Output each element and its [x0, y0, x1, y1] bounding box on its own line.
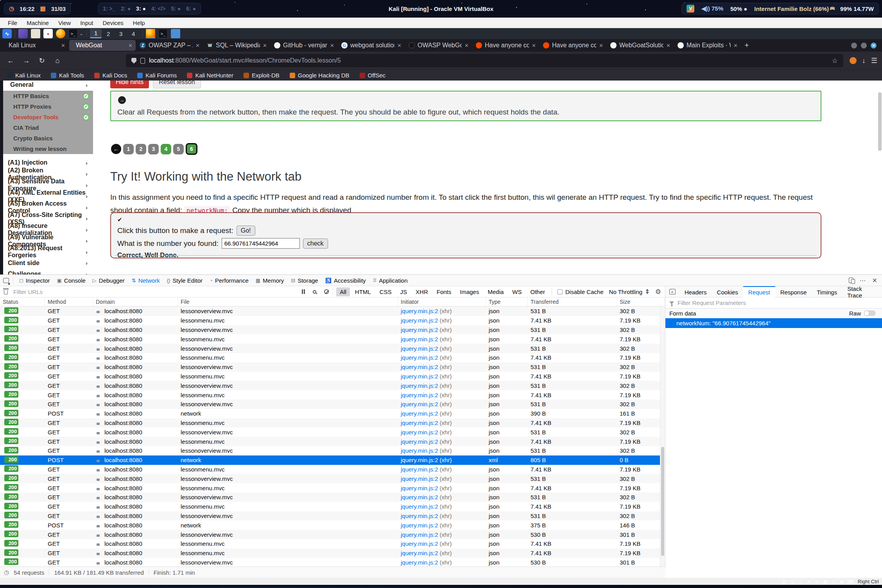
network-request-row[interactable]: 200 GET localhost:8080 lessonmenu.mvc jq…	[0, 372, 665, 381]
vbox-menu-item[interactable]: Help	[129, 19, 149, 27]
sidebar-lesson-item[interactable]: Writing new lesson ✔	[3, 143, 93, 154]
firefox-running-icon[interactable]	[146, 29, 155, 38]
tab-close-icon[interactable]: ✕	[666, 43, 670, 48]
sidebar-lesson-item[interactable]: HTTP Basics ✔	[3, 91, 93, 101]
files-window-icon[interactable]	[171, 29, 180, 38]
optical-disc-icon[interactable]: ◎	[790, 579, 796, 584]
devtools-tab[interactable]: ▦ Memory	[252, 275, 287, 286]
type-filter-button[interactable]: HTML	[351, 287, 375, 296]
new-tab-button[interactable]: +	[741, 40, 752, 51]
page-number-button[interactable]: 6	[186, 143, 197, 155]
initiator-link[interactable]: jquery.min.js:2	[401, 503, 438, 510]
tab-close-icon[interactable]: ✕	[532, 43, 536, 48]
network-request-row[interactable]: 200 GET localhost:8080 lessonoverview.mv…	[0, 530, 665, 539]
back-button[interactable]: ←	[5, 55, 16, 66]
search-icon[interactable]	[313, 290, 316, 294]
hdd-icon[interactable]: ▤	[782, 579, 787, 584]
scrollbar-thumb[interactable]	[661, 447, 664, 556]
workspace-indicator[interactable]: 1: >_2: ●3: ●4: </>5: ●6: ●	[98, 3, 201, 14]
type-filter-button[interactable]: Other	[527, 287, 549, 296]
text-editor-icon[interactable]: ●	[43, 29, 53, 38]
firefox-launcher-icon[interactable]	[56, 29, 65, 38]
initiator-link[interactable]: jquery.min.js:2	[401, 401, 438, 407]
initiator-link[interactable]: jquery.min.js:2	[401, 419, 438, 426]
reset-lesson-button[interactable]: Reset lesson	[153, 81, 201, 88]
browser-tab[interactable]: Main Exploits · WebG ✕	[674, 40, 741, 51]
raw-toggle-switch[interactable]	[864, 310, 876, 316]
responsive-mode-icon[interactable]	[849, 278, 853, 283]
tab-close-icon[interactable]: ✕	[599, 43, 603, 48]
details-tab[interactable]: Request	[743, 286, 775, 298]
host-workspace[interactable]: 3: ●	[136, 5, 146, 12]
sidebar-lesson-item[interactable]: Crypto Basics ✔	[3, 133, 93, 143]
browser-tab[interactable]: G webgoat solutions - ✕	[338, 40, 405, 51]
initiator-link[interactable]: jquery.min.js:2	[401, 317, 438, 324]
bookmark-item[interactable]: Kali Forums	[137, 72, 177, 79]
home-button[interactable]: ⌂	[52, 55, 63, 66]
sidebar-category-item[interactable]: Client side ›	[3, 258, 93, 269]
tab-close-icon[interactable]: ✕	[733, 43, 738, 48]
details-tab[interactable]: Stack Trace	[842, 286, 882, 298]
host-workspace[interactable]: 5: ●	[171, 5, 181, 12]
network-request-row[interactable]: 200 GET localhost:8080 lessonoverview.mv…	[0, 344, 665, 353]
page-number-button[interactable]: 3	[148, 144, 159, 154]
type-filter-button[interactable]: All	[336, 287, 350, 296]
previous-page-icon[interactable]: ←	[111, 144, 121, 154]
network-scrollbar[interactable]	[660, 307, 665, 566]
details-tab[interactable]: Headers	[679, 286, 712, 298]
bookmark-item[interactable]: Kali Docs	[94, 72, 127, 79]
page-number-button[interactable]: 4	[161, 144, 171, 154]
devtools-tab[interactable]: ⇅ Network	[128, 275, 163, 286]
details-tab[interactable]: Response	[775, 286, 812, 298]
initiator-link[interactable]: jquery.min.js:2	[401, 438, 438, 445]
tab-close-icon[interactable]: ✕	[128, 43, 133, 48]
systray-virtualbox-icon[interactable]: V	[687, 5, 694, 13]
browser-tab[interactable]: W SQL – Wikipedia ✕	[204, 40, 270, 51]
browser-tab[interactable]: Have anyone comple ✕	[473, 40, 539, 51]
tab-close-icon[interactable]: ✕	[61, 43, 65, 48]
network-icon[interactable]: ⇆	[806, 579, 812, 584]
browser-tab[interactable]: GitHub - vernjan/we ✕	[271, 40, 337, 51]
devtools-tab[interactable]: {} Style Editor	[163, 275, 206, 286]
initiator-link[interactable]: jquery.min.js:2	[401, 540, 438, 547]
expand-panel-icon[interactable]: ▸	[669, 289, 676, 294]
kali-workspace[interactable]: 4	[127, 29, 139, 38]
devtools-tab[interactable]: ♿ Accessibility	[322, 275, 369, 286]
shared-folders-icon[interactable]: ▦	[823, 579, 828, 584]
devtools-tab[interactable]: ⠿ Application	[369, 275, 411, 286]
disable-cache-control[interactable]: Disable Cache	[558, 289, 604, 295]
usb-icon[interactable]: ⊷	[814, 579, 820, 584]
network-request-row[interactable]: 200 GET localhost:8080 lessonoverview.mv…	[0, 558, 665, 566]
forward-button[interactable]: →	[20, 55, 32, 66]
initiator-link[interactable]: jquery.min.js:2	[401, 308, 438, 314]
vbox-menu-item[interactable]: Machine	[23, 19, 53, 27]
sidebar-category-item[interactable]: Challenges ›	[3, 269, 93, 274]
network-request-row[interactable]: 200 GET localhost:8080 lessonoverview.mv…	[0, 427, 665, 437]
filter-urls-input[interactable]: Filter URLs	[13, 289, 298, 295]
keyboard-icon[interactable]: ⌨	[847, 579, 853, 584]
display-icon[interactable]: ▭	[831, 579, 837, 584]
vbox-menu-item[interactable]: File	[4, 19, 21, 27]
network-request-row[interactable]: 200 GET localhost:8080 lessonmenu.mvc jq…	[0, 549, 665, 558]
type-filter-button[interactable]: WS	[509, 287, 525, 296]
tab-close-icon[interactable]: ✕	[195, 43, 200, 48]
browser-tab[interactable]: OWASP WebGoat: G ✕	[405, 40, 472, 51]
network-request-row[interactable]: 200 GET localhost:8080 lessonoverview.mv…	[0, 474, 665, 483]
page-number-button[interactable]: 5	[173, 144, 184, 154]
network-request-row[interactable]: 200 GET localhost:8080 lessonmenu.mvc jq…	[0, 539, 665, 549]
network-settings-gear-icon[interactable]: ⚙	[655, 288, 661, 296]
bookmark-item[interactable]: Kali Linux	[7, 72, 41, 79]
initiator-link[interactable]: jquery.min.js:2	[401, 345, 438, 352]
browser-tab[interactable]: WebGoat ✕	[69, 40, 136, 51]
close-button[interactable]: ✕	[871, 43, 877, 48]
vbox-menu-item[interactable]: Devices	[99, 19, 127, 27]
sidebar-lesson-item[interactable]: HTTP Proxies ✔	[3, 101, 93, 112]
browser-tab[interactable]: Kali Linux ✕	[2, 40, 68, 51]
hide-hints-button[interactable]: Hide hints	[110, 81, 149, 88]
extension-icon[interactable]	[850, 57, 857, 64]
initiator-link[interactable]: jquery.min.js:2	[401, 559, 438, 566]
bookmark-item[interactable]: Google Hacking DB	[290, 72, 350, 79]
vbox-menu-item[interactable]: View	[54, 19, 75, 27]
column-header[interactable]: Transferred	[528, 298, 617, 306]
network-request-row[interactable]: 200 GET localhost:8080 lessonmenu.mvc jq…	[0, 390, 665, 400]
